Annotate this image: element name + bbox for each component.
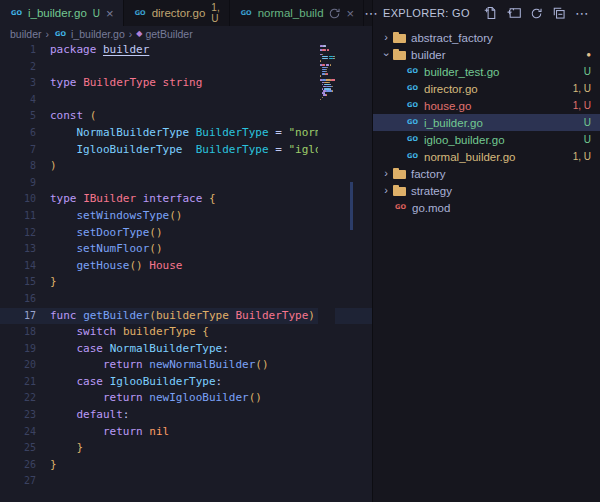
- code-line[interactable]: 13 setNumFloor(): [0, 241, 372, 258]
- code-line[interactable]: 14 getHouse() House: [0, 258, 372, 275]
- breadcrumb-label: builder: [10, 28, 42, 40]
- code-line[interactable]: 8): [0, 158, 372, 175]
- code-line[interactable]: 19 case NormalBuilderType:: [0, 341, 372, 358]
- tree-item-label: normal_builder.go: [424, 151, 515, 163]
- minimap[interactable]: [318, 42, 335, 502]
- more-icon[interactable]: ⋯: [364, 6, 379, 20]
- close-icon[interactable]: ×: [347, 7, 355, 20]
- tree-item-builder[interactable]: ›builder●: [373, 46, 600, 63]
- breadcrumb-label: i_builder.go: [71, 28, 125, 40]
- code-line[interactable]: 26}: [0, 457, 372, 474]
- code-text: getHouse() House: [46, 258, 318, 275]
- code-text: [46, 473, 318, 490]
- tree-item-builder-test-go[interactable]: GObuilder_test.goU: [373, 63, 600, 80]
- line-number: 19: [0, 341, 46, 358]
- editor-group: GOi_builder.goU×GOdirector.go1, UGOnorma…: [0, 0, 372, 502]
- breadcrumb-item-getbuilder[interactable]: ◆getBuilder: [136, 28, 192, 40]
- tree-item-abstract-factory[interactable]: ›abstract_factory: [373, 29, 600, 46]
- folder-icon: [393, 185, 407, 196]
- tab-label: i_builder.go: [28, 7, 87, 19]
- code-text: ): [46, 158, 318, 175]
- explorer-actions: ⋯: [484, 6, 590, 20]
- code-text: return newNormalBuilder(): [46, 357, 318, 374]
- tab-director-go[interactable]: GOdirector.go1, U: [124, 0, 230, 26]
- code-line[interactable]: 16: [0, 291, 372, 308]
- vscode-window: GOi_builder.goU×GOdirector.go1, UGOnorma…: [0, 0, 600, 502]
- code-line[interactable]: 21 case IglooBuilderType:: [0, 374, 372, 391]
- code-line[interactable]: 12 setDoorType(): [0, 225, 372, 242]
- code-text: IglooBuilderType BuilderType = "igloo": [46, 142, 318, 159]
- collapse-all-icon[interactable]: [552, 6, 566, 20]
- line-number: 11: [0, 208, 46, 225]
- code-line[interactable]: 27: [0, 473, 372, 490]
- tree-item-i-builder-go[interactable]: GOi_builder.goU: [373, 114, 600, 131]
- refresh-icon[interactable]: [530, 7, 543, 20]
- explorer-header: EXPLORER: GO ⋯: [373, 0, 600, 26]
- close-icon[interactable]: ×: [106, 7, 114, 20]
- code-line[interactable]: 23 default:: [0, 407, 372, 424]
- go-file-icon: GO: [405, 68, 420, 75]
- code-line[interactable]: 2: [0, 59, 372, 76]
- breadcrumb-item-i-builder-go[interactable]: GOi_builder.go: [53, 28, 125, 40]
- overview-ruler-mark: [350, 182, 353, 230]
- code-line[interactable]: 9: [0, 175, 372, 192]
- tree-item-label: builder_test.go: [424, 66, 499, 78]
- git-status-badge: 1, U: [573, 83, 600, 94]
- tree-item-normal-builder-go[interactable]: GOnormal_builder.go1, U: [373, 148, 600, 165]
- line-number: 21: [0, 374, 46, 391]
- code-text: setDoorType(): [46, 225, 318, 242]
- code-line[interactable]: 11 setWindowsType(): [0, 208, 372, 225]
- tab-normal-build[interactable]: GOnormal_build×: [230, 0, 364, 26]
- tree-item-go-mod[interactable]: GOgo.mod: [373, 199, 600, 216]
- tab-i-builder-go[interactable]: GOi_builder.goU×: [0, 0, 124, 26]
- breadcrumb: builder›GOi_builder.go›◆getBuilder: [0, 26, 372, 42]
- code-line[interactable]: 24 return nil: [0, 424, 372, 441]
- code-line[interactable]: 25 }: [0, 440, 372, 457]
- go-file-icon: GO: [405, 102, 420, 109]
- git-status-badge: U: [584, 134, 600, 145]
- code-text: default:: [46, 407, 318, 424]
- chevron-right-icon: ›: [379, 185, 393, 196]
- refresh-icon[interactable]: [328, 7, 341, 20]
- git-status-badge: U: [93, 8, 100, 19]
- code-editor[interactable]: 1package builder23type BuilderType strin…: [0, 42, 372, 502]
- git-status-badge: 1, U: [573, 151, 600, 162]
- tree-item-factory[interactable]: ›factory: [373, 165, 600, 182]
- code-line[interactable]: 17func getBuilder(builderType BuilderTyp…: [0, 308, 372, 325]
- chevron-right-icon: ›: [379, 168, 393, 179]
- new-folder-icon[interactable]: [507, 6, 521, 20]
- code-text: }: [46, 274, 318, 291]
- code-text: [46, 59, 318, 76]
- new-file-icon[interactable]: [484, 6, 498, 20]
- code-line[interactable]: 1package builder: [0, 42, 372, 59]
- tree-item-label: i_builder.go: [424, 117, 483, 129]
- tab-label: normal_build: [258, 7, 324, 19]
- code-line[interactable]: 3type BuilderType string: [0, 75, 372, 92]
- more-icon[interactable]: ⋯: [575, 6, 590, 20]
- code-text: package builder: [46, 42, 318, 59]
- code-line[interactable]: 4: [0, 92, 372, 109]
- code-line[interactable]: 10type IBuilder interface {: [0, 191, 372, 208]
- code-line[interactable]: 5const (: [0, 108, 372, 125]
- code-text: [46, 291, 318, 308]
- code-line[interactable]: 7 IglooBuilderType BuilderType = "igloo": [0, 142, 372, 159]
- go-mod-icon: GO: [393, 204, 408, 211]
- tree-item-label: factory: [411, 168, 446, 180]
- line-number: 8: [0, 158, 46, 175]
- tree-item-house-go[interactable]: GOhouse.go1, U: [373, 97, 600, 114]
- code-line[interactable]: 20 return newNormalBuilder(): [0, 357, 372, 374]
- tree-item-igloo-builder-go[interactable]: GOigloo_builder.goU: [373, 131, 600, 148]
- code-line[interactable]: 6 NormalBuilderType BuilderType = "norma…: [0, 125, 372, 142]
- tab-label: director.go: [152, 7, 206, 19]
- code-text: switch builderType {: [46, 324, 318, 341]
- git-status-badge: U: [584, 117, 600, 128]
- breadcrumb-item-builder[interactable]: builder: [10, 28, 42, 40]
- code-line[interactable]: 18 switch builderType {: [0, 324, 372, 341]
- code-line[interactable]: 15}: [0, 274, 372, 291]
- line-number: 22: [0, 390, 46, 407]
- go-file-icon: GO: [239, 10, 254, 17]
- line-number: 1: [0, 42, 46, 59]
- tree-item-strategy[interactable]: ›strategy: [373, 182, 600, 199]
- tree-item-director-go[interactable]: GOdirector.go1, U: [373, 80, 600, 97]
- code-line[interactable]: 22 return newIglooBuilder(): [0, 390, 372, 407]
